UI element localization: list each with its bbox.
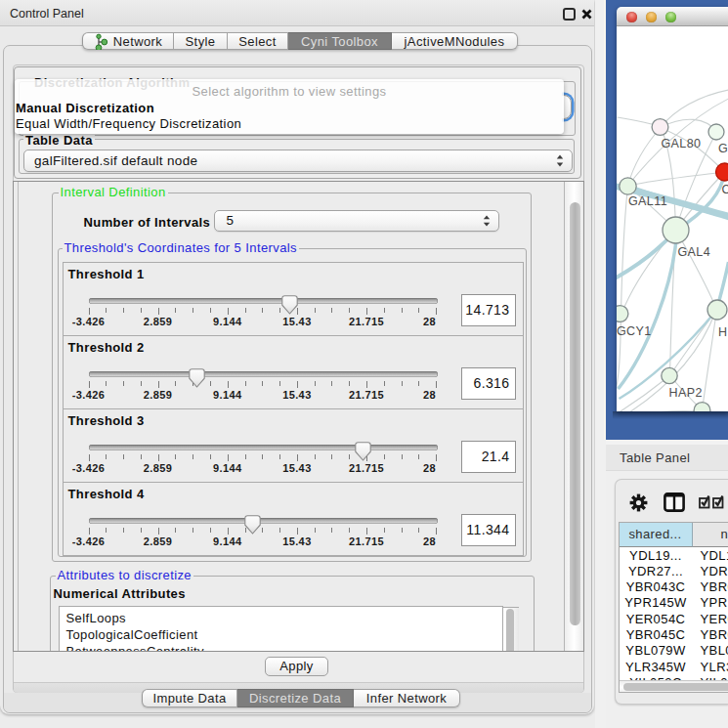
svg-text:GAL80: GAL80: [661, 137, 701, 150]
svg-text:G: G: [718, 142, 728, 155]
svg-text:GAL4: GAL4: [677, 245, 710, 259]
svg-text:GAL11: GAL11: [628, 194, 667, 208]
svg-text:GCY1: GCY1: [617, 324, 652, 338]
svg-text:C: C: [721, 183, 728, 196]
svg-text:HAP2: HAP2: [668, 386, 702, 400]
svg-text:H: H: [718, 325, 727, 339]
